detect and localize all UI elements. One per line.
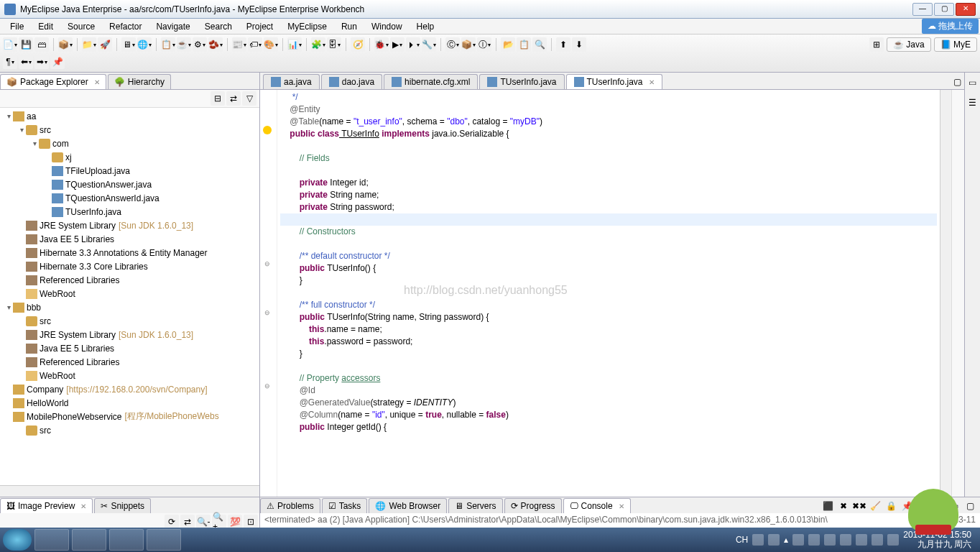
tray-icon[interactable] [792, 534, 804, 546]
close-icon[interactable]: ✕ [94, 78, 100, 86]
tab-package-explorer[interactable]: 📦 Package Explorer✕ [0, 74, 106, 89]
new-class-button[interactable]: Ⓒ [445, 37, 460, 52]
tray-icon[interactable] [768, 534, 780, 546]
minimize-button[interactable]: — [912, 3, 933, 16]
tab-snippets[interactable]: ✂ Snippets [94, 498, 151, 513]
zoom-out-icon[interactable]: 🔍- [196, 515, 211, 529]
editor-gutter[interactable]: ⊖ ⊖ ⊖ [260, 90, 277, 497]
tree-item[interactable]: Company[https://192.168.0.200/svn/Compan… [1, 382, 258, 396]
taskbar-app-2[interactable] [72, 529, 106, 551]
overview-ruler[interactable] [951, 90, 964, 497]
menu-edit[interactable]: Edit [31, 20, 60, 33]
tab-console[interactable]: 🖵 Console✕ [563, 498, 631, 513]
tree-item[interactable]: Hibernate 3.3 Core Libraries [1, 259, 258, 273]
tree-item[interactable]: ▾src [1, 123, 258, 137]
tree-item[interactable]: TQuestionAnswer.java [1, 178, 258, 191]
upload-badge[interactable]: ☁ 拖拽上传 [922, 19, 979, 34]
menu-search[interactable]: Search [198, 20, 239, 33]
warning-marker-icon[interactable] [263, 126, 272, 134]
tree-item[interactable]: MobilePhoneWebservice[程序/MobilePhoneWebs [1, 410, 258, 423]
menu-help[interactable]: Help [410, 20, 442, 33]
zoom-100-icon[interactable]: 💯 [228, 515, 242, 529]
tree-item[interactable]: ▾aa [1, 109, 258, 123]
editor-tab[interactable]: TUserInfo.java [479, 74, 564, 89]
tree-item[interactable]: src [1, 314, 258, 328]
menu-myeclipse[interactable]: MyEclipse [280, 20, 334, 33]
restore-view-icon[interactable]: ▭ [965, 75, 979, 90]
tab-servers[interactable]: 🖥 Servers [448, 498, 502, 513]
tray-icon[interactable] [872, 534, 883, 546]
fold-marker-icon[interactable]: ⊖ [263, 308, 272, 317]
maximize-editor-icon[interactable]: ▢ [950, 75, 964, 89]
tree-item[interactable]: Referenced Libraries [1, 355, 258, 369]
tray-icon[interactable] [752, 534, 764, 546]
new-xml-button[interactable]: 📰 [232, 37, 246, 52]
menu-project[interactable]: Project [239, 20, 280, 33]
new-html-button[interactable]: 🏷 [248, 37, 262, 52]
fold-marker-icon[interactable]: ⊖ [263, 259, 272, 268]
taskbar-app-1[interactable] [34, 529, 69, 551]
scroll-lock-icon[interactable]: 🔒 [884, 499, 898, 513]
search-button[interactable]: 🔍 [532, 37, 547, 52]
link-editor-button[interactable]: ⇄ [226, 91, 241, 106]
tree-item[interactable]: JRE System Library[Sun JDK 1.6.0_13] [1, 328, 258, 341]
maximize-view-icon[interactable]: ▢ [963, 499, 977, 513]
zoom-in-icon[interactable]: 🔍+ [212, 515, 226, 529]
tree-item[interactable]: TUserInfo.java [1, 205, 258, 218]
save-all-button[interactable]: 🗃 [34, 37, 49, 52]
open-resource-button[interactable]: 📂 [501, 37, 515, 52]
menu-source[interactable]: Source [60, 20, 102, 33]
new-button[interactable]: 📄 [3, 37, 17, 52]
new-servlet-button[interactable]: ⚙ [193, 37, 207, 52]
tree-item[interactable]: Referenced Libraries [1, 273, 258, 287]
remove-all-icon[interactable]: ✖✖ [852, 499, 866, 513]
browser-button[interactable]: 🌐 [137, 37, 152, 52]
horizontal-scrollbar[interactable] [0, 485, 259, 497]
tree-item[interactable]: WebRoot [1, 369, 258, 382]
new-interface-button[interactable]: Ⓘ [477, 37, 491, 52]
package-explorer-tree[interactable]: ▾aa▾src▾comxjTFileUpload.javaTQuestionAn… [0, 108, 259, 485]
tree-item[interactable]: JRE System Library[Sun JDK 1.6.0_13] [1, 218, 258, 232]
menu-run[interactable]: Run [334, 20, 364, 33]
run-last-button[interactable]: ⏵ [406, 37, 420, 52]
minimized-outline-view[interactable]: ▭ ☰ [964, 73, 980, 497]
editor-tab[interactable]: dao.java [321, 74, 382, 89]
open-perspective-button[interactable]: ⊞ [869, 37, 884, 52]
sync-icon[interactable]: ⇄ [180, 515, 195, 529]
menu-navigate[interactable]: Navigate [149, 20, 197, 33]
tree-item[interactable]: HelloWorld [1, 396, 258, 410]
new-project-button[interactable]: 📁 [82, 37, 96, 52]
toggle-breadcrumb-button[interactable]: 🧭 [351, 37, 365, 52]
tab-hierarchy[interactable]: 🌳 Hierarchy [108, 74, 171, 89]
clear-console-icon[interactable]: 🧹 [868, 499, 882, 513]
taskbar-app-4[interactable] [147, 529, 181, 551]
refresh-icon[interactable]: ⟳ [165, 515, 179, 529]
next-annotation-button[interactable]: ⬇ [572, 37, 586, 52]
show-whitespace-button[interactable]: ¶ [3, 55, 17, 69]
perspective-java[interactable]: ☕ Java [887, 37, 931, 52]
new-package-button[interactable]: 📦 [461, 37, 476, 52]
open-task-button[interactable]: 📋 [517, 37, 531, 52]
tab-problems[interactable]: ⚠ Problems [260, 498, 320, 513]
tree-item[interactable]: xj [1, 150, 258, 164]
deploy-button[interactable]: 🚀 [98, 37, 112, 52]
ime-indicator[interactable]: CH [736, 535, 748, 545]
external-tools-button[interactable]: 🔧 [422, 37, 436, 52]
tree-item[interactable]: ▾com [1, 137, 258, 150]
terminate-icon[interactable]: ⬛ [820, 499, 835, 513]
close-button[interactable]: ✕ [956, 3, 976, 16]
tree-item[interactable]: TFileUpload.java [1, 164, 258, 178]
hibernate-button[interactable]: 🗄 [327, 37, 341, 52]
tray-icon[interactable] [856, 534, 867, 546]
tree-item[interactable]: TQuestionAnswerId.java [1, 191, 258, 205]
tree-item[interactable]: Java EE 5 Libraries [1, 232, 258, 246]
tree-item[interactable]: ▾bbb [1, 300, 258, 314]
tab-web-browser[interactable]: 🌐 Web Browser [369, 498, 447, 513]
menu-refactor[interactable]: Refactor [102, 20, 149, 33]
tray-icon[interactable] [824, 534, 836, 546]
perspective-myeclipse[interactable]: 📘 MyE [934, 37, 977, 52]
tab-image-preview[interactable]: 🖼 Image Preview✕ [0, 498, 93, 513]
tray-expand-icon[interactable]: ▴ [784, 535, 788, 545]
maximize-button[interactable]: ▢ [934, 3, 954, 16]
server-button[interactable]: 🖥 [121, 37, 136, 52]
